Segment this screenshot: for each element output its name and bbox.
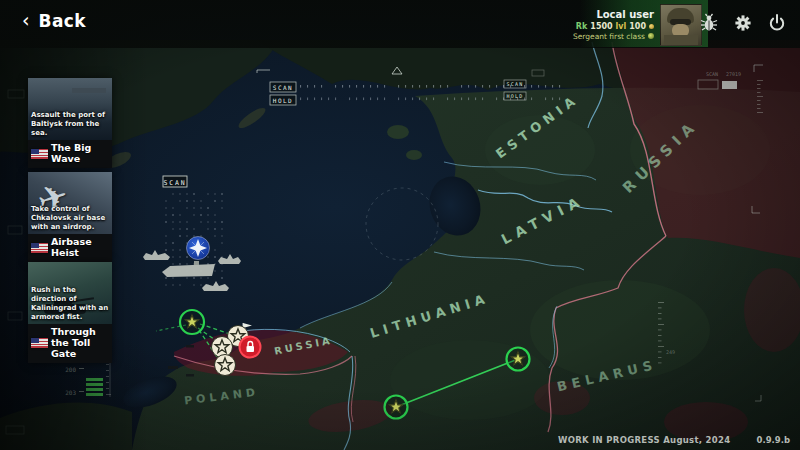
mission-title-bar: The Big Wave	[28, 140, 112, 168]
mission-title-bar: Airbase Heist	[28, 234, 112, 262]
avatar[interactable]	[660, 4, 702, 46]
bug-report-icon[interactable]	[698, 12, 720, 34]
left-tick-3: 203	[65, 389, 76, 396]
mission-image-armored-rush: Rush in the direction of Kaliningrad wit…	[28, 262, 112, 324]
back-button[interactable]: ‹ Back	[22, 11, 86, 31]
level-value: 100	[629, 22, 646, 32]
patrol-boat-icon	[186, 345, 194, 348]
user-stats: Rk 1500 lvl 100	[576, 22, 654, 32]
mission-description: Rush in the direction of Kaliningrad wit…	[28, 284, 112, 324]
mission-description: Assault the port of Baltiysk from the se…	[28, 109, 112, 140]
scan-side-value: 27019	[726, 71, 741, 77]
objective-star-3[interactable]	[215, 355, 236, 376]
hold-label-2: HOLD	[507, 93, 524, 99]
build-status-text: WORK IN PROGRESS August, 2024	[558, 435, 731, 445]
us-flag-icon	[31, 338, 48, 348]
user-rank-title-row: Sergeant first class	[573, 32, 654, 41]
power-icon[interactable]	[766, 12, 788, 34]
scan-label-left: SCAN	[164, 179, 187, 187]
chevron-left-icon: ‹	[22, 11, 30, 30]
locked-objective-marker[interactable]	[240, 337, 261, 358]
mission-card-big-wave[interactable]: Assault the port of Baltiysk from the se…	[28, 78, 112, 168]
rank-points-label: Rk	[576, 22, 587, 32]
lock-icon	[247, 346, 255, 352]
avatar-vest	[664, 35, 698, 45]
us-flag-icon	[31, 149, 48, 159]
mission-title-bar: Through the Toll Gate	[28, 324, 112, 363]
mission-card-toll-gate[interactable]: Rush in the direction of Kaliningrad wit…	[28, 262, 112, 363]
route-star-east[interactable]	[507, 348, 530, 371]
route-star-west[interactable]	[385, 396, 408, 419]
patrol-boat-icon	[186, 374, 194, 377]
scan-label-2: SCAN	[507, 81, 524, 87]
scan-side-label: SCAN	[706, 71, 718, 77]
map-canvas[interactable]: SCAN HOLD SCAN HOLD SCAN SCAN 27019	[0, 0, 800, 450]
mission-image-sea-assault: Assault the port of Baltiysk from the se…	[28, 78, 112, 140]
mission-description: Take control of Chkalovsk air base with …	[28, 203, 112, 234]
left-tick-2: 200	[65, 366, 76, 373]
mission-title: Through the Toll Gate	[51, 327, 109, 360]
top-icon-group	[698, 12, 788, 34]
medal-icon	[648, 33, 654, 39]
settings-gear-icon[interactable]	[732, 12, 754, 34]
rank-points-value: 1500	[590, 22, 612, 32]
scan-panel-left: SCAN	[163, 176, 187, 187]
us-flag-icon	[31, 243, 48, 253]
user-name: Local user	[596, 9, 654, 22]
footer-status-bar: WORK IN PROGRESS August, 2024 0.9.9.b	[558, 435, 790, 445]
mission-card-airbase-heist[interactable]: ✈ Take control of Chkalovsk air base wit…	[28, 172, 112, 262]
top-bar: ‹ Back Local user Rk 1500 lvl 100 Sergea…	[0, 0, 800, 48]
right-ruler-value: 249	[666, 349, 675, 355]
patrol-boat-icon	[168, 366, 178, 369]
back-button-label: Back	[39, 11, 86, 31]
mission-title: Airbase Heist	[51, 237, 109, 259]
mission-image-airdrop: ✈ Take control of Chkalovsk air base wit…	[28, 172, 112, 234]
coin-icon	[649, 24, 654, 29]
objective-star-2[interactable]	[212, 337, 233, 358]
level-label: lvl	[616, 22, 627, 32]
selected-objective-star[interactable]	[180, 310, 204, 334]
mission-title: The Big Wave	[51, 143, 109, 165]
hold-label-1: HOLD	[273, 97, 293, 104]
scan-label-1: SCAN	[273, 84, 293, 91]
version-number: 0.9.9.b	[756, 435, 790, 445]
user-rank-title: Sergeant first class	[573, 32, 645, 41]
user-profile[interactable]: Local user Rk 1500 lvl 100 Sergeant firs…	[573, 4, 702, 46]
nato-fleet-marker[interactable]	[187, 237, 210, 260]
game-root: SCAN HOLD SCAN HOLD SCAN SCAN 27019	[0, 0, 800, 450]
